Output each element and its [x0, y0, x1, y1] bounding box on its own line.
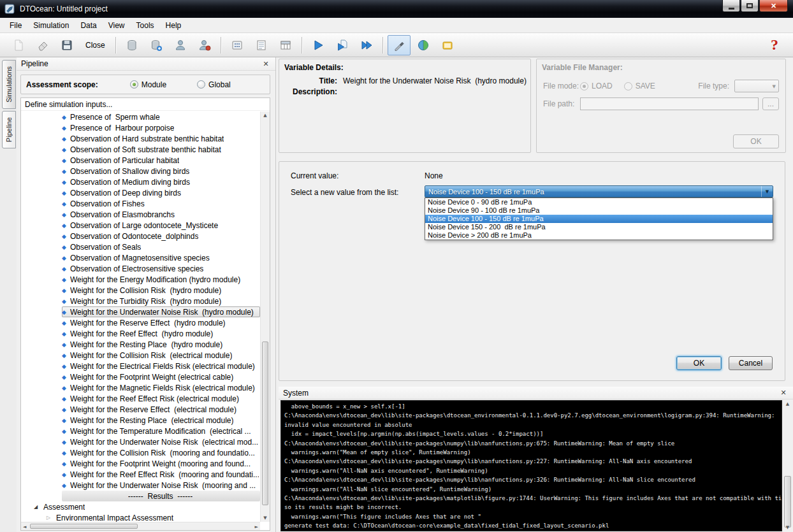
save-project-button[interactable]	[55, 35, 78, 55]
pipeline-dock-header[interactable]: Pipeline ✕	[17, 57, 275, 71]
scroll-down-icon[interactable]: ▼	[783, 525, 792, 530]
help-button[interactable]: ?	[763, 35, 786, 55]
tree-item[interactable]: ◆ Weight for the Magnetic Fields Risk (e…	[21, 382, 260, 393]
plot-card-button[interactable]	[436, 35, 459, 55]
menu-item[interactable]: Data	[75, 18, 102, 32]
dock-tab[interactable]: Pipeline	[2, 111, 16, 148]
tree-item[interactable]: ◆ Weight for the Footprint Weight (elect…	[21, 371, 260, 382]
database-button[interactable]	[120, 35, 143, 55]
tree-viewport[interactable]: ◆ Presence of Sperm whale ◆ Presence of …	[21, 111, 260, 522]
combobox-option[interactable]: Noise Device 90 - 100 dB re 1muPa	[425, 206, 773, 215]
menu-item[interactable]: File	[4, 18, 27, 32]
system-dock-header[interactable]: System ✕	[279, 387, 793, 399]
scroll-left-icon[interactable]: ◄	[23, 524, 26, 529]
tree-item[interactable]: ◆ Presence of Sperm whale	[21, 111, 260, 122]
tree-item[interactable]: ◆ Observation of Large odontocete_Mystic…	[21, 220, 260, 231]
scope-radio-option[interactable]: Global	[197, 80, 231, 89]
horizontal-scrollbar-thumb[interactable]	[30, 524, 138, 529]
menu-item[interactable]: Tools	[131, 18, 160, 32]
tree-item[interactable]: ◆ Weight for the Reserve Effect (electri…	[21, 404, 260, 415]
console-scrollbar[interactable]: ▲ ▼	[783, 400, 792, 531]
close-project-button[interactable]: Close	[80, 35, 111, 55]
user-busy-button[interactable]	[193, 35, 216, 55]
tree-item[interactable]: ◆ Weight for the Underwater Noise Risk (…	[21, 480, 260, 491]
erase-button[interactable]	[31, 35, 54, 55]
value-combobox[interactable]: Noise Device 100 - 150 dB re 1muPa ▼	[425, 185, 773, 198]
combobox-arrow-button[interactable]: ▼	[761, 186, 773, 197]
tree-item[interactable]: ◆ Weight for the Underwater Noise Risk (…	[21, 306, 260, 317]
system-console[interactable]: above_bounds = x_new > self.x[-1]C:\Anac…	[280, 400, 782, 531]
tree-item[interactable]: ◆ Weight for the Electrical Fields Risk …	[21, 361, 260, 371]
tree-item[interactable]: ◆ Weight for the Reef Effect Risk (moori…	[21, 469, 260, 480]
ok-button[interactable]: OK	[676, 356, 722, 370]
database-add-button[interactable]	[145, 35, 168, 55]
menu-item[interactable]: View	[103, 18, 131, 32]
combobox-option[interactable]: Noise Device 100 - 150 dB re 1muPa	[425, 215, 773, 223]
tree-item[interactable]: ◆ Observation of Particular habitat	[21, 155, 260, 166]
tree-item[interactable]: ◆ Weight for the Reserve Effect (hydro m…	[21, 317, 260, 328]
tree-item[interactable]: ◆ Weight for the Resting Place (electric…	[21, 415, 260, 426]
tree-item[interactable]: ◆ Observation of Elasmobranchs	[21, 209, 260, 220]
expanded-arrow-icon[interactable]: ◢	[34, 504, 43, 510]
menu-item[interactable]: Simulation	[27, 18, 75, 32]
tree-section-header[interactable]: Define simulation inputs...	[21, 98, 270, 111]
file-manager-ok-button[interactable]: OK	[733, 134, 779, 148]
user-button[interactable]	[169, 35, 192, 55]
tree-item[interactable]: ◆ Weight for the Collision Risk (mooring…	[21, 447, 260, 458]
file-mode-radio[interactable]: LOAD	[580, 82, 613, 90]
tree-horizontal-scrollbar[interactable]: ◄ ►	[21, 522, 260, 530]
tree-item[interactable]: ◆ Presence of Harbour porpoise	[21, 122, 260, 133]
browse-button[interactable]: ...	[762, 97, 779, 110]
tree-vertical-scrollbar[interactable]: ▲ ▼	[260, 111, 270, 522]
tree-item[interactable]: ◆ Weight for the Collision Risk (electri…	[21, 350, 260, 361]
tree-item[interactable]: ◆ Observation of Soft substrate benthic …	[21, 144, 260, 155]
file-type-combobox[interactable]: ▼	[734, 80, 779, 92]
scroll-up-icon[interactable]: ▲	[783, 401, 792, 406]
tree-item[interactable]: ◆ Observation of Medium diving birds	[21, 176, 260, 187]
titlebar[interactable]: DTOcean: Untitled project ✕	[0, 0, 793, 18]
tree-item[interactable]: ◆ Observation of Seals	[21, 241, 260, 252]
globe-button[interactable]	[412, 35, 435, 55]
dock-tab[interactable]: Simulations	[2, 60, 16, 109]
tree-item[interactable]: ◆ Observation of Shallow diving birds	[21, 166, 260, 176]
scroll-up-icon[interactable]: ▲	[261, 113, 270, 118]
file-path-input[interactable]	[580, 97, 759, 110]
tree-item[interactable]: ◆ Weight for the Reef Effect Risk (elect…	[21, 393, 260, 404]
tree-branch-environmental-impact[interactable]: ▷ Environmental Impact Assessment	[21, 512, 260, 522]
vertical-scrollbar-thumb[interactable]	[262, 341, 268, 506]
tree-branch-assessment[interactable]: ◢ Assessment	[21, 501, 260, 512]
console-scrollbar-thumb[interactable]	[784, 476, 791, 527]
device-card-button[interactable]	[226, 35, 249, 55]
run-themes-button[interactable]	[331, 35, 354, 55]
tree-item[interactable]: ◆ Observation of Magnetosensitive specie…	[21, 252, 260, 263]
tree-item[interactable]: ◆ Weight for the Collision Risk (hydro m…	[21, 285, 260, 296]
maximize-button[interactable]	[741, 0, 759, 12]
tree-item[interactable]: ◆ Weight for the Energy Modification (hy…	[21, 274, 260, 285]
new-project-button[interactable]	[7, 35, 30, 55]
tree-item[interactable]: ◆ Observation of Deep diving birds	[21, 187, 260, 198]
combobox-option[interactable]: Noise Device 0 - 90 dB re 1muPa	[425, 198, 773, 206]
run-module-button[interactable]	[307, 35, 330, 55]
tree-item[interactable]: ◆ Weight for the Turbidity Risk (hydro m…	[21, 296, 260, 306]
pipeline-close-button[interactable]: ✕	[261, 60, 271, 68]
collapsed-arrow-icon[interactable]: ▷	[47, 515, 56, 521]
tree-item[interactable]: ◆ Weight for the Resting Place (hydro mo…	[21, 339, 260, 350]
tree-item[interactable]: ◆ Observation of Hard substrate benthic …	[21, 133, 260, 144]
data-table-button[interactable]	[274, 35, 297, 55]
tree-item[interactable]: ◆ Weight for the Footprint Weight (moori…	[21, 458, 260, 469]
scope-radio-option[interactable]: Module	[130, 80, 166, 89]
tools-button[interactable]	[388, 35, 411, 55]
close-window-button[interactable]: ✕	[759, 0, 788, 12]
combobox-option[interactable]: Noise Device 150 - 200 dB re 1muPa	[425, 223, 773, 231]
tree-item[interactable]: ◆ Weight for the Temperature Modificatio…	[21, 426, 260, 436]
file-mode-radio[interactable]: SAVE	[624, 82, 655, 90]
form-button[interactable]	[250, 35, 273, 55]
scroll-right-icon[interactable]: ►	[255, 524, 258, 529]
tree-item[interactable]: ◆ Observation of Fishes	[21, 198, 260, 209]
scroll-down-icon[interactable]: ▼	[261, 515, 270, 521]
tree-item[interactable]: ◆ Weight for the Underwater Noise Risk (…	[21, 436, 260, 447]
combobox-option[interactable]: Noise Device > 200 dB re 1muPa	[425, 231, 773, 240]
tree-item[interactable]: ◆ Weight for the Reef Effect (hydro modu…	[21, 328, 260, 339]
run-strategy-button[interactable]	[355, 35, 378, 55]
menu-item[interactable]: Help	[160, 18, 187, 32]
